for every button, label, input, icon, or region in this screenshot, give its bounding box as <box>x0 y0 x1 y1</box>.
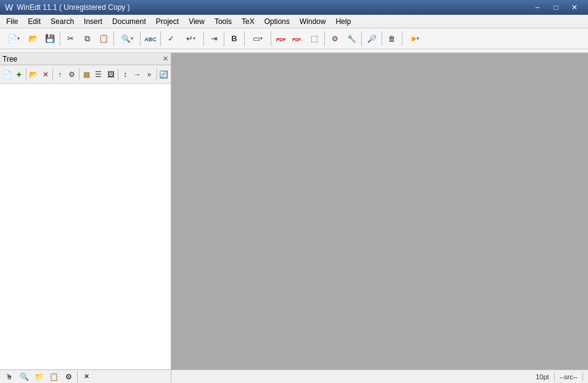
status-icon-1 <box>6 373 13 381</box>
trash-icon <box>388 34 396 43</box>
tsep5 <box>157 68 157 81</box>
bold-button[interactable] <box>226 31 242 47</box>
title-text: WinEdt 11.1 ( Unregistered Copy ) <box>13 3 529 12</box>
build1-button[interactable] <box>327 31 343 47</box>
sep1 <box>60 31 60 46</box>
tree-close-button[interactable]: ✕ <box>163 55 168 63</box>
tree-props-button[interactable] <box>67 67 78 82</box>
tree-file-button[interactable] <box>1 67 13 82</box>
pdf-button[interactable] <box>273 31 289 47</box>
tree-img-button[interactable] <box>105 67 116 82</box>
tree-arrows-icon <box>123 70 127 79</box>
sep2 <box>113 31 114 46</box>
main-toolbar: ▾ ▾ ▾ ▾ <box>0 28 588 49</box>
indent-icon <box>211 34 218 43</box>
build2-button[interactable] <box>343 31 359 47</box>
status-close-button[interactable]: ✕ <box>80 371 93 382</box>
wrap-button[interactable]: ▾ <box>179 31 202 47</box>
tree-up-button[interactable] <box>54 67 66 82</box>
tree-toolbar <box>0 65 171 84</box>
menu-file[interactable]: File <box>1 15 23 28</box>
tree-list-button[interactable] <box>93 67 105 82</box>
open-icon <box>28 34 38 43</box>
tree-panel: Tree ✕ <box>0 53 171 369</box>
menubar: File Edit Search Insert Document Project… <box>0 15 588 28</box>
menu-view[interactable]: View <box>184 15 210 28</box>
tsep4 <box>118 68 118 81</box>
menu-help[interactable]: Help <box>331 15 356 28</box>
menu-document[interactable]: Document <box>107 15 151 28</box>
sep4 <box>160 31 161 46</box>
tree-open-button[interactable] <box>28 67 39 82</box>
pdfsave-icon <box>292 35 303 42</box>
tree-del-button[interactable] <box>40 67 52 82</box>
tree-title: Tree <box>2 55 17 63</box>
menu-project[interactable]: Project <box>151 15 184 28</box>
sep3 <box>140 31 141 46</box>
menu-tex[interactable]: TeX <box>237 15 259 28</box>
tree-arrows-button[interactable] <box>120 67 131 82</box>
indent-button[interactable] <box>206 31 222 47</box>
pdfsave-button[interactable] <box>290 31 306 47</box>
wrap-icon <box>186 34 193 43</box>
app-icon: W <box>5 2 13 12</box>
tsep3 <box>79 68 80 81</box>
find-button[interactable]: ▾ <box>116 31 138 47</box>
tree-arrow2-icon <box>134 70 141 79</box>
cut-button[interactable] <box>62 31 78 47</box>
menu-search[interactable]: Search <box>46 15 79 28</box>
sep11 <box>382 31 382 46</box>
titlebar: W WinEdt 11.1 ( Unregistered Copy ) – □ … <box>0 0 588 15</box>
search-button[interactable] <box>364 31 380 47</box>
bold-icon <box>231 34 237 43</box>
pdfview-button[interactable] <box>306 31 322 47</box>
save-button[interactable] <box>42 31 58 47</box>
tree-up-icon <box>58 70 62 79</box>
menu-window[interactable]: Window <box>295 15 331 28</box>
status-button-1[interactable] <box>2 371 16 382</box>
sep12 <box>402 31 402 46</box>
new-button[interactable]: ▾ <box>2 31 25 47</box>
mode-label: --src-- <box>560 373 578 381</box>
cut-icon <box>67 34 74 43</box>
status-button-5[interactable] <box>62 371 75 382</box>
tree-sync-button[interactable] <box>158 67 169 82</box>
tree-dblarrow-button[interactable] <box>144 67 155 82</box>
trash-button[interactable] <box>384 31 400 47</box>
main-layout: Tree ✕ <box>0 53 588 369</box>
macro-button[interactable]: ▾ <box>404 31 427 47</box>
copy-icon <box>84 34 90 44</box>
spell-button[interactable] <box>142 31 158 47</box>
sep6 <box>224 31 224 46</box>
menu-options[interactable]: Options <box>259 15 295 28</box>
tsep1 <box>26 68 27 81</box>
tree-grp-button[interactable] <box>81 67 92 82</box>
build2-icon <box>347 34 356 43</box>
status-button-2[interactable] <box>17 371 31 382</box>
close-button[interactable]: ✕ <box>566 1 583 14</box>
copy-button[interactable] <box>79 31 95 47</box>
menu-insert[interactable]: Insert <box>79 15 107 28</box>
tree-dblarrow-icon <box>147 70 152 79</box>
status-sep <box>77 371 78 383</box>
search-icon <box>367 34 377 43</box>
tree-add-button[interactable] <box>14 67 25 82</box>
menu-tools[interactable]: Tools <box>210 15 237 28</box>
tree-arrow2-button[interactable] <box>131 67 143 82</box>
statusbar-right: 10pt --src-- <box>171 373 588 381</box>
status-button-3[interactable] <box>32 371 46 382</box>
maximize-button[interactable]: □ <box>547 1 565 14</box>
minimize-button[interactable]: – <box>529 1 546 14</box>
tree-content <box>0 84 171 369</box>
open-button[interactable] <box>25 31 41 47</box>
check-button[interactable] <box>163 31 179 47</box>
tree-grp-icon <box>83 70 90 79</box>
frame-icon <box>253 34 260 43</box>
menu-edit[interactable]: Edit <box>23 15 46 28</box>
pdfview-icon <box>311 34 318 43</box>
macro-icon <box>412 34 417 42</box>
status-button-4[interactable] <box>47 371 60 382</box>
frame-button[interactable]: ▾ <box>247 31 269 47</box>
spell-icon <box>144 35 157 42</box>
paste-button[interactable] <box>96 31 112 47</box>
